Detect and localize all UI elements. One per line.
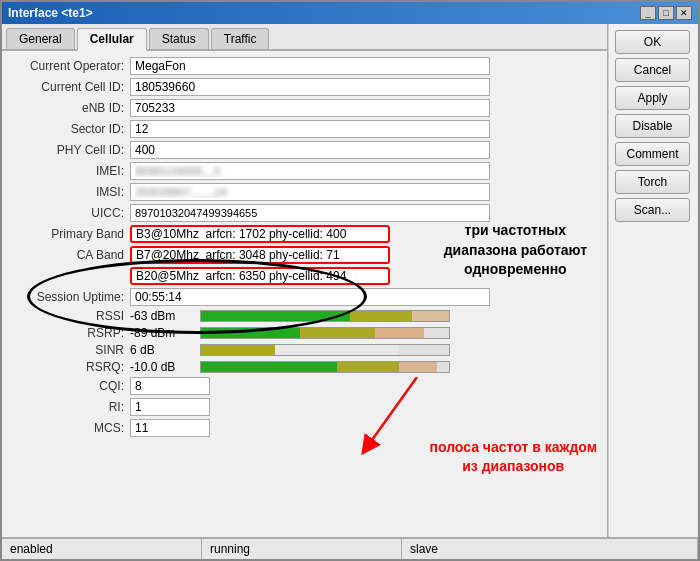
primary-band-row: Primary Band — [10, 225, 599, 243]
operator-value[interactable] — [130, 57, 490, 75]
cell-id-label: Current Cell ID: — [10, 80, 130, 94]
rsrp-bar — [200, 327, 450, 339]
disable-button[interactable]: Disable — [615, 114, 690, 138]
rsrp-row: RSRP: -89 dBm — [10, 326, 599, 340]
cancel-button[interactable]: Cancel — [615, 58, 690, 82]
content-area: General Cellular Status Traffic Current … — [2, 24, 698, 537]
sinr-row: SINR 6 dB — [10, 343, 599, 357]
sidebar: OK Cancel Apply Disable Comment Torch Sc… — [608, 24, 698, 537]
close-button[interactable]: ✕ — [676, 6, 692, 20]
ca-band2-value[interactable] — [130, 267, 390, 285]
status-enabled-text: enabled — [10, 542, 53, 556]
status-running: running — [202, 539, 402, 559]
main-panel: General Cellular Status Traffic Current … — [2, 24, 608, 537]
rsrq-row: RSRQ: -10.0 dB — [10, 360, 599, 374]
tab-traffic[interactable]: Traffic — [211, 28, 270, 49]
rsrq-bar — [200, 361, 450, 373]
status-enabled: enabled — [2, 539, 202, 559]
ri-label: RI: — [10, 400, 130, 414]
window-title: Interface <te1> — [8, 6, 93, 20]
rssi-row: RSSI -63 dBm — [10, 309, 599, 323]
imei-row: IMEI: — [10, 162, 599, 180]
session-uptime-row: Session Uptime: — [10, 288, 599, 306]
torch-button[interactable]: Torch — [615, 170, 690, 194]
minimize-button[interactable]: _ — [640, 6, 656, 20]
session-uptime-value[interactable] — [130, 288, 490, 306]
mcs-value[interactable] — [130, 419, 210, 437]
cqi-row: CQI: — [10, 377, 599, 395]
cqi-label: CQI: — [10, 379, 130, 393]
tab-status[interactable]: Status — [149, 28, 209, 49]
primary-band-value[interactable] — [130, 225, 390, 243]
status-slave-text: slave — [410, 542, 438, 556]
tab-cellular[interactable]: Cellular — [77, 28, 147, 51]
cell-id-value[interactable] — [130, 78, 490, 96]
phy-label: PHY Cell ID: — [10, 143, 130, 157]
cqi-value[interactable] — [130, 377, 210, 395]
imsi-value[interactable] — [130, 183, 490, 201]
rssi-value: -63 dBm — [130, 309, 200, 323]
scan-button[interactable]: Scan... — [615, 198, 690, 222]
ri-row: RI: — [10, 398, 599, 416]
rsrp-value: -89 dBm — [130, 326, 200, 340]
rsrq-value: -10.0 dB — [130, 360, 200, 374]
ca-band-value[interactable] — [130, 246, 390, 264]
phy-row: PHY Cell ID: — [10, 141, 599, 159]
ri-value[interactable] — [130, 398, 210, 416]
primary-band-label: Primary Band — [10, 227, 130, 241]
sinr-label: SINR — [10, 343, 130, 357]
operator-label: Current Operator: — [10, 59, 130, 73]
rssi-bar — [200, 310, 450, 322]
sinr-bar — [200, 344, 450, 356]
mcs-row: MCS: — [10, 419, 599, 437]
uicc-label: UICC: — [10, 206, 130, 220]
sinr-value: 6 dB — [130, 343, 200, 357]
annotation-bandwidth: полоса частот в каждом из диапазонов — [429, 438, 597, 477]
title-bar: Interface <te1> _ □ ✕ — [2, 2, 698, 24]
tab-general[interactable]: General — [6, 28, 75, 49]
uicc-value[interactable] — [130, 204, 490, 222]
rsrq-label: RSRQ: — [10, 360, 130, 374]
status-slave: slave — [402, 539, 698, 559]
panel-content: Current Operator: Current Cell ID: eNB I… — [2, 51, 607, 537]
ok-button[interactable]: OK — [615, 30, 690, 54]
sector-label: Sector ID: — [10, 122, 130, 136]
imsi-label: IMSI: — [10, 185, 130, 199]
status-running-text: running — [210, 542, 250, 556]
imsi-row: IMSI: — [10, 183, 599, 201]
annotation-text-2: полоса частот в каждом из диапазонов — [429, 439, 597, 475]
imei-value[interactable] — [130, 162, 490, 180]
maximize-button[interactable]: □ — [658, 6, 674, 20]
status-bar: enabled running slave — [2, 537, 698, 559]
sector-value[interactable] — [130, 120, 490, 138]
enb-value[interactable] — [130, 99, 490, 117]
cell-id-row: Current Cell ID: — [10, 78, 599, 96]
ca-band2-row — [10, 267, 599, 285]
operator-row: Current Operator: — [10, 57, 599, 75]
tab-bar: General Cellular Status Traffic — [2, 24, 607, 51]
enb-row: eNB ID: — [10, 99, 599, 117]
enb-label: eNB ID: — [10, 101, 130, 115]
apply-button[interactable]: Apply — [615, 86, 690, 110]
uicc-row: UICC: — [10, 204, 599, 222]
imei-label: IMEI: — [10, 164, 130, 178]
sector-row: Sector ID: — [10, 120, 599, 138]
rsrp-label: RSRP: — [10, 326, 130, 340]
ca-band-row: CA Band — [10, 246, 599, 264]
window: Interface <te1> _ □ ✕ General Cellular S… — [0, 0, 700, 561]
phy-value[interactable] — [130, 141, 490, 159]
rssi-label: RSSI — [10, 309, 130, 323]
mcs-label: MCS: — [10, 421, 130, 435]
comment-button[interactable]: Comment — [615, 142, 690, 166]
session-uptime-label: Session Uptime: — [10, 290, 130, 304]
title-bar-controls: _ □ ✕ — [640, 6, 692, 20]
ca-band-label: CA Band — [10, 248, 130, 262]
